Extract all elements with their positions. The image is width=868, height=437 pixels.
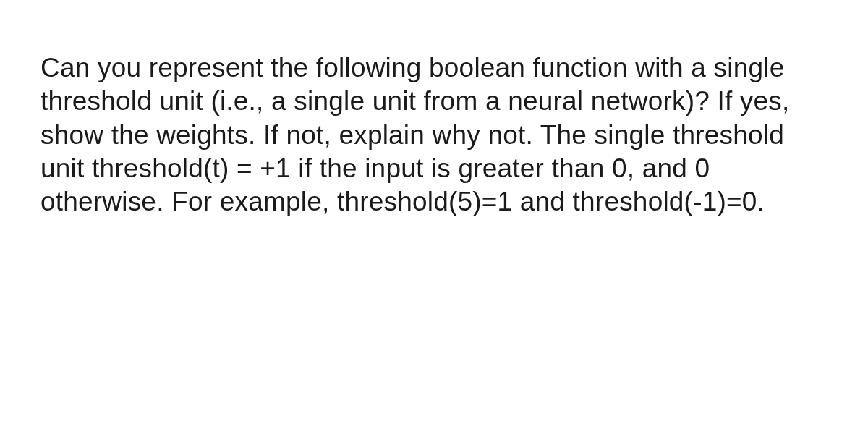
question-text: Can you represent the following boolean … — [41, 51, 827, 218]
page: Can you represent the following boolean … — [0, 0, 868, 218]
